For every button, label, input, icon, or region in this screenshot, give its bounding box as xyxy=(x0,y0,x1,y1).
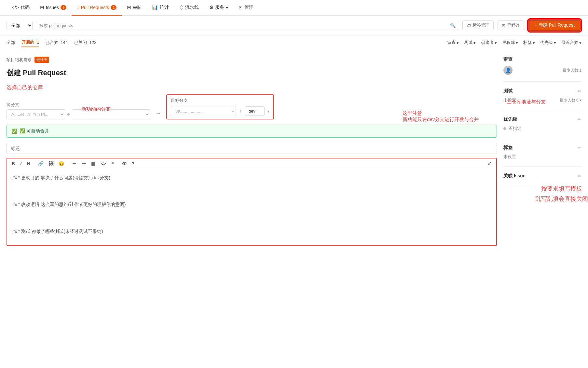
milestone-icon: ⊡ xyxy=(502,23,505,28)
tag-edit-icon[interactable]: ✏ xyxy=(578,145,581,150)
editor-heading[interactable]: H xyxy=(25,160,31,167)
test-edit-icon[interactable]: ✏ xyxy=(578,89,581,94)
priority-unset: 不指定 xyxy=(509,126,521,131)
filter-closed-tab[interactable]: 已关闭 128 xyxy=(74,38,96,47)
auto-merge-icon: ✅ xyxy=(11,129,17,134)
annotation-banner: 项目结构需求 进行中 xyxy=(7,57,497,63)
source-branch-select[interactable] xyxy=(72,109,150,119)
nav-issues[interactable]: ⊟ Issues 3 xyxy=(35,0,72,16)
tag-header: 标签 ✏ xyxy=(503,145,581,151)
tag-icon: 🏷 xyxy=(467,23,471,28)
left-panel: 项目结构需求 进行中 创建 Pull Request 选择自己的仓库 源分支 A… xyxy=(7,57,497,246)
tag-manage-button[interactable]: 🏷 标签管理 xyxy=(462,20,494,30)
test-filter[interactable]: 测试 ▾ xyxy=(464,40,476,46)
top-nav: </> 代码 ⊟ Issues 3 ↕ Pull Requests 1 ⊞ Wi… xyxy=(0,0,588,16)
target-repo-select[interactable]: Ja.................... xyxy=(171,106,236,116)
pipeline-icon: ⬡ xyxy=(179,5,184,10)
toolbar-right: 🏷 标签管理 ⊡ 里程碑 + 新建 Pull Request xyxy=(462,19,581,32)
annotation-fill: 按要求填写模板 乱写乱填会直接关闭 xyxy=(535,184,588,204)
nav-pull-requests[interactable]: ↕ Pull Requests 1 xyxy=(72,0,122,16)
right-panel: 审查 👤 最少人数 1 测试 ✏ 未设置 最少人数 0 ▾ xyxy=(503,57,581,246)
priority-edit-icon[interactable]: ✏ xyxy=(578,117,581,122)
test-title: 测试 xyxy=(503,88,513,94)
recent-merge-filter[interactable]: 最近合并 ▾ xyxy=(561,40,581,46)
pr-badge: 1 xyxy=(111,5,116,10)
nav-wiki[interactable]: ⊞ Wiki xyxy=(122,0,146,16)
editor-content[interactable]: ### 更改目的 解决了什么问题(请提交到dev分支) ### 改动逻辑 这么写… xyxy=(7,169,496,245)
filter-right: 审查 ▾ 测试 ▾ 创建者 ▾ 里程碑 ▾ 标签 ▾ 优先级 ▾ 最近合并 ▾ xyxy=(447,40,581,46)
priority-filter[interactable]: 优先级 ▾ xyxy=(540,40,556,46)
search-container: 🔍 xyxy=(36,21,459,30)
annotation-select-repo: 选择自己的仓库 xyxy=(7,84,497,91)
services-icon: ⚙ xyxy=(209,5,213,10)
editor-italic[interactable]: I xyxy=(19,160,23,167)
editor-table[interactable]: ▦ xyxy=(90,160,97,167)
priority-dot xyxy=(503,127,506,130)
auto-merge-label: ✅ 可自动合并 xyxy=(20,128,49,134)
issues-badge: 3 xyxy=(61,5,66,10)
target-dropdown-arrow[interactable]: ▾ xyxy=(267,109,269,114)
editor-image[interactable]: 🖼 xyxy=(48,160,55,167)
editor-line-5: ### 测试 都做了哪些测试(未经过测试不采纳) xyxy=(12,227,491,236)
editor-divider-3 xyxy=(118,161,118,166)
test-header: 测试 ✏ xyxy=(503,88,581,94)
target-divider: / xyxy=(239,109,242,114)
sidebar-tag-section: 标签 ✏ 未设置 xyxy=(503,145,581,167)
filter-all-select[interactable]: 全部 xyxy=(7,21,33,30)
review-header: 审查 xyxy=(503,57,581,62)
editor-expand[interactable]: ⤢ xyxy=(486,160,493,167)
source-branch-label: 源分支 xyxy=(7,102,150,108)
branch-arrow: → xyxy=(153,110,163,117)
target-branch-label: 目标分支 xyxy=(171,98,269,103)
banner-badge: 进行中 xyxy=(34,57,49,63)
editor-emoji[interactable]: 😊 xyxy=(57,160,65,167)
pr-title-input[interactable] xyxy=(7,143,497,154)
editor-line-1: ### 更改目的 解决了什么问题(请提交到dev分支) xyxy=(12,174,491,182)
search-input[interactable] xyxy=(39,23,447,28)
editor-code[interactable]: <> xyxy=(99,160,107,167)
create-pr-title: 创建 Pull Request xyxy=(7,68,497,78)
source-repo-select[interactable]: A...../R...Yi Yun Pl... xyxy=(7,109,65,119)
review-min-label: 最少人数 1 xyxy=(563,68,581,73)
nav-pipeline[interactable]: ⬡ 流水线 xyxy=(174,0,204,16)
editor-wrapper: B I H 🔗 🖼 😊 ☰ ☷ ▦ <> ❝ 👁 xyxy=(7,158,497,246)
creator-filter[interactable]: 创建者 ▾ xyxy=(481,40,497,46)
filter-open-tab[interactable]: 开启的 1 xyxy=(21,38,39,47)
toolbar: 全部 🔍 🏷 标签管理 ⊡ 里程碑 + 新建 Pull Request xyxy=(0,16,588,35)
editor-ol[interactable]: ☷ xyxy=(80,160,87,167)
sidebar-priority-section: 优先级 ✏ 不指定 xyxy=(503,116,581,138)
editor-line-3: ### 改动逻辑 这么写的思路(让作者更好的理解你的意图) xyxy=(12,200,491,209)
editor-help[interactable]: ? xyxy=(130,160,136,167)
banner-text: 项目结构需求 xyxy=(7,57,32,63)
pr-icon: ↕ xyxy=(77,5,79,10)
editor-link[interactable]: 🔗 xyxy=(37,160,45,167)
editor-preview[interactable]: 👁 xyxy=(121,160,128,167)
annotation-main-repo: 主仓库地址与分支 xyxy=(507,99,572,105)
editor-quote[interactable]: ❝ xyxy=(110,160,115,167)
target-branch-container: 目标分支 Ja.................... / dev ▾ xyxy=(166,94,274,119)
new-pr-button[interactable]: + 新建 Pull Request xyxy=(529,20,581,31)
editor-divider-1 xyxy=(34,161,34,166)
nav-stats[interactable]: 📊 统计 xyxy=(147,0,174,16)
filter-all-tab[interactable]: 全部 xyxy=(7,38,15,47)
source-branch-group: 源分支 A...../R...Yi Yun Pl... ⊙ xyxy=(7,102,150,119)
editor-bold[interactable]: B xyxy=(10,160,16,167)
review-filter[interactable]: 审查 ▾ xyxy=(447,40,459,46)
filter-merged-tab[interactable]: 已合并 144 xyxy=(46,38,68,47)
annotation-notice: 这里注意 新功能只在dev分支进行开发与合并 xyxy=(403,110,500,123)
target-branch-value: dev xyxy=(245,106,265,116)
priority-item-row: 不指定 xyxy=(503,126,581,131)
nav-manage[interactable]: ⊡ 管理 xyxy=(233,0,259,16)
editor-ul[interactable]: ☰ xyxy=(71,160,78,167)
nav-code[interactable]: </> 代码 xyxy=(7,0,35,16)
pr-form-area: 选择自己的仓库 源分支 A...../R...Yi Yun Pl... ⊙ xyxy=(7,84,497,246)
ref-issue-edit-icon[interactable]: ✏ xyxy=(578,173,581,179)
milestone-button[interactable]: ⊡ 里程碑 xyxy=(498,20,524,30)
tag-filter[interactable]: 标签 ▾ xyxy=(523,40,535,46)
wiki-icon: ⊞ xyxy=(127,5,131,10)
editor-divider-2 xyxy=(68,161,68,166)
tag-title: 标签 xyxy=(503,145,513,151)
milestone-filter[interactable]: 里程碑 ▾ xyxy=(502,40,518,46)
editor-line-4 xyxy=(12,214,491,222)
nav-services[interactable]: ⚙ 服务 ▾ xyxy=(204,0,233,16)
